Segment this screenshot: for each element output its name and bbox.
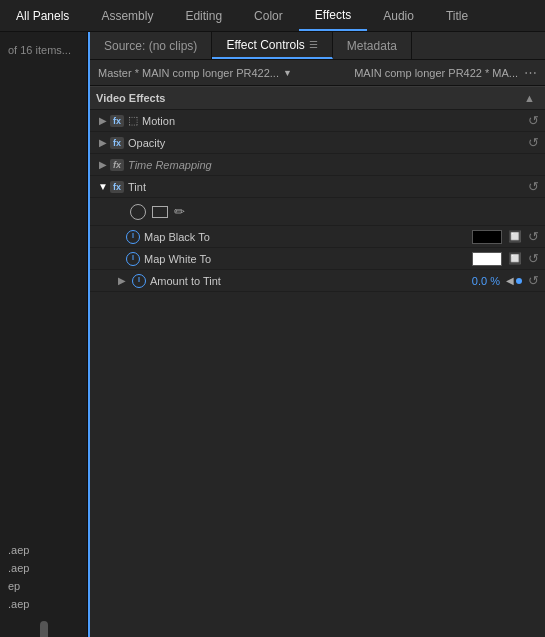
- tab-bar: Source: (no clips) Effect Controls ☰ Met…: [90, 32, 545, 60]
- pen-icon[interactable]: ✏: [174, 204, 185, 219]
- motion-expand-arrow[interactable]: ▶: [96, 115, 110, 126]
- tint-reset-icon[interactable]: ↺: [528, 179, 539, 194]
- opacity-reset-icon[interactable]: ↺: [528, 135, 539, 150]
- shape-circle-icon[interactable]: [130, 204, 146, 220]
- video-effects-title: Video Effects: [96, 92, 166, 104]
- source-menu-dots[interactable]: ⋯: [524, 65, 537, 80]
- map-white-eyedropper-icon[interactable]: 🔲: [508, 252, 522, 265]
- tint-icons-row: ✏: [90, 198, 545, 226]
- sidebar-file-1[interactable]: .aep: [0, 541, 87, 559]
- map-black-eyedropper-icon[interactable]: 🔲: [508, 230, 522, 243]
- opacity-name: Opacity: [128, 137, 528, 149]
- map-black-reset-icon[interactable]: ↺: [528, 229, 539, 244]
- amount-expand-arrow[interactable]: ▶: [118, 275, 132, 286]
- opacity-fx-badge: fx: [110, 137, 124, 149]
- motion-icon: ⬚: [128, 114, 138, 127]
- nav-editing[interactable]: Editing: [169, 0, 238, 31]
- amount-reset-icon[interactable]: ↺: [528, 273, 539, 288]
- source-dropdown-label: Master * MAIN comp longer PR422...: [98, 67, 279, 79]
- sidebar-file-4[interactable]: .aep: [0, 595, 87, 613]
- source-dropdown[interactable]: Master * MAIN comp longer PR422... ▼: [98, 67, 292, 79]
- nav-audio[interactable]: Audio: [367, 0, 430, 31]
- time-remap-fx-badge: fx: [110, 159, 124, 171]
- time-remap-expand-arrow[interactable]: ▶: [96, 159, 110, 170]
- sidebar-file-3[interactable]: ep: [0, 577, 87, 595]
- tint-expand-arrow[interactable]: ▼: [96, 181, 110, 192]
- time-remap-name: Time Remapping: [128, 159, 539, 171]
- tint-name: Tint: [128, 181, 528, 193]
- map-black-swatch[interactable]: [472, 230, 502, 244]
- tab-source[interactable]: Source: (no clips): [90, 32, 212, 59]
- sidebar-files: .aep .aep ep .aep: [0, 537, 87, 617]
- video-effects-header: Video Effects ▲: [90, 86, 545, 110]
- nav-color[interactable]: Color: [238, 0, 299, 31]
- map-white-reset-icon[interactable]: ↺: [528, 251, 539, 266]
- scroll-up-icon[interactable]: ▲: [524, 92, 535, 104]
- map-white-row[interactable]: Map White To 🔲 ↺: [90, 248, 545, 270]
- tab-metadata[interactable]: Metadata: [333, 32, 412, 59]
- nav-title[interactable]: Title: [430, 0, 484, 31]
- source-dropdown-arrow: ▼: [283, 68, 292, 78]
- motion-name: Motion: [142, 115, 528, 127]
- map-white-stopwatch-icon[interactable]: [126, 252, 140, 266]
- tint-fx-badge: fx: [110, 181, 124, 193]
- motion-reset-icon[interactable]: ↺: [528, 113, 539, 128]
- map-black-stopwatch-icon[interactable]: [126, 230, 140, 244]
- app-root: All Panels Assembly Editing Color Effect…: [0, 0, 545, 637]
- amount-stopwatch-icon[interactable]: [132, 274, 146, 288]
- amount-label: Amount to Tint: [150, 275, 472, 287]
- map-black-row[interactable]: Map Black To 🔲 ↺: [90, 226, 545, 248]
- tab-effect-controls[interactable]: Effect Controls ☰: [212, 32, 332, 59]
- map-black-label: Map Black To: [144, 231, 472, 243]
- shape-rect-icon[interactable]: [152, 206, 168, 218]
- amount-nav-arrows: ◀: [506, 275, 522, 286]
- amount-value[interactable]: 0.0 %: [472, 275, 500, 287]
- nav-assembly[interactable]: Assembly: [85, 0, 169, 31]
- sidebar-file-2[interactable]: .aep: [0, 559, 87, 577]
- right-panel: Source: (no clips) Effect Controls ☰ Met…: [88, 32, 545, 637]
- sidebar-items-label: of 16 items...: [0, 40, 87, 60]
- comp-label: MAIN comp longer PR422 * MA...: [354, 67, 518, 79]
- map-white-label: Map White To: [144, 253, 472, 265]
- top-nav: All Panels Assembly Editing Color Effect…: [0, 0, 545, 32]
- amount-nav-left-arrow[interactable]: ◀: [506, 275, 514, 286]
- sidebar-scrollbar[interactable]: [40, 621, 48, 637]
- tab-menu-icon[interactable]: ☰: [309, 39, 318, 50]
- effect-row-opacity[interactable]: ▶ fx Opacity ↺: [90, 132, 545, 154]
- left-sidebar: of 16 items... .aep .aep ep .aep: [0, 32, 88, 637]
- map-white-swatch[interactable]: [472, 252, 502, 266]
- effects-panel: Video Effects ▲ ▶ fx ⬚ Motion ↺ ▶ fx: [90, 86, 545, 637]
- effect-row-tint[interactable]: ▼ fx Tint ↺: [90, 176, 545, 198]
- amount-nav-dot: [516, 278, 522, 284]
- source-bar: Master * MAIN comp longer PR422... ▼ MAI…: [90, 60, 545, 86]
- effect-row-time-remap[interactable]: ▶ fx Time Remapping: [90, 154, 545, 176]
- amount-tint-row[interactable]: ▶ Amount to Tint 0.0 % ◀ ↺: [90, 270, 545, 292]
- nav-effects[interactable]: Effects: [299, 0, 367, 31]
- opacity-expand-arrow[interactable]: ▶: [96, 137, 110, 148]
- main-layout: of 16 items... .aep .aep ep .aep Source:…: [0, 32, 545, 637]
- effect-row-motion[interactable]: ▶ fx ⬚ Motion ↺: [90, 110, 545, 132]
- motion-fx-badge: fx: [110, 115, 124, 127]
- nav-all-panels[interactable]: All Panels: [0, 0, 85, 31]
